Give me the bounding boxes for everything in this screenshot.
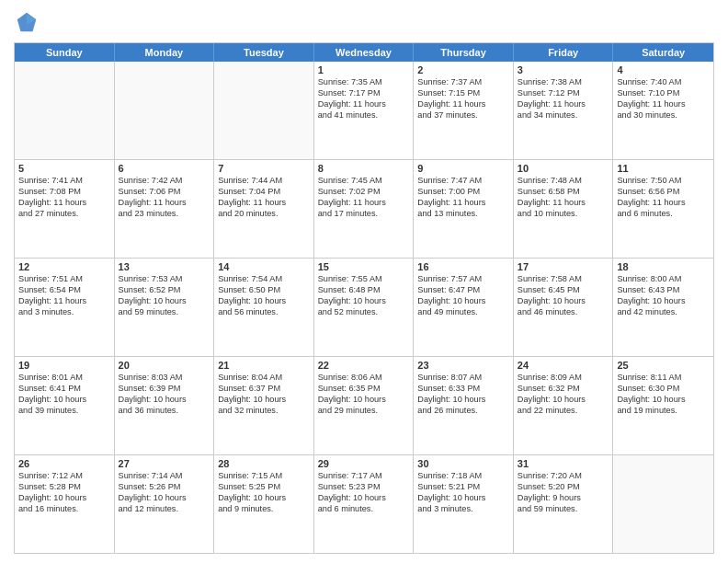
cell-line: Sunrise: 7:44 AM [218, 176, 310, 187]
day-header-thursday: Thursday [414, 43, 514, 62]
cell-line: Sunset: 6:58 PM [518, 187, 609, 198]
page: SundayMondayTuesdayWednesdayThursdayFrid… [0, 0, 728, 563]
cell-line: Daylight: 10 hours [18, 395, 110, 406]
cell-line: Sunrise: 7:45 AM [318, 176, 410, 187]
cell-line: Sunset: 6:37 PM [218, 384, 310, 395]
calendar-row-1: 1Sunrise: 7:35 AMSunset: 7:17 PMDaylight… [15, 62, 713, 159]
cell-line: and 6 minutes. [617, 209, 710, 220]
cell-line: Daylight: 10 hours [18, 493, 110, 504]
cal-cell-day-14: 14Sunrise: 7:54 AMSunset: 6:50 PMDayligh… [214, 259, 314, 356]
cell-line: and 17 minutes. [318, 209, 410, 220]
cell-line: and 41 minutes. [318, 110, 410, 121]
cal-cell-day-4: 4Sunrise: 7:40 AMSunset: 7:10 PMDaylight… [613, 62, 713, 159]
cal-cell-day-18: 18Sunrise: 8:00 AMSunset: 6:43 PMDayligh… [613, 259, 713, 356]
cell-line: Sunrise: 8:07 AM [417, 373, 509, 384]
cell-line: Daylight: 10 hours [119, 395, 210, 406]
cell-line: Daylight: 11 hours [417, 198, 509, 209]
cell-line: Daylight: 11 hours [18, 198, 110, 209]
cell-line: and 32 minutes. [218, 406, 310, 417]
cell-line: Sunset: 5:21 PM [417, 482, 509, 493]
cell-line: Sunrise: 7:58 AM [518, 274, 609, 285]
day-number: 21 [218, 360, 310, 371]
cal-cell-day-8: 8Sunrise: 7:45 AMSunset: 7:02 PMDaylight… [314, 160, 415, 258]
day-number: 30 [417, 458, 509, 469]
cell-line: Sunrise: 7:51 AM [18, 274, 110, 285]
day-number: 12 [18, 261, 110, 272]
cell-line: Sunset: 5:26 PM [119, 482, 210, 493]
cell-line: Sunrise: 7:54 AM [218, 274, 310, 285]
day-number: 9 [417, 163, 509, 174]
cal-cell-day-20: 20Sunrise: 8:03 AMSunset: 6:39 PMDayligh… [115, 357, 215, 454]
cell-line: Sunrise: 7:14 AM [119, 471, 210, 482]
cal-cell-day-22: 22Sunrise: 8:06 AMSunset: 6:35 PMDayligh… [314, 357, 415, 454]
cal-cell-day-29: 29Sunrise: 7:17 AMSunset: 5:23 PMDayligh… [314, 455, 415, 553]
cell-line: Daylight: 10 hours [318, 296, 410, 307]
cell-line: Daylight: 11 hours [617, 99, 710, 110]
cell-line: and 20 minutes. [218, 209, 310, 220]
cell-line: Sunrise: 7:38 AM [518, 77, 609, 88]
cal-cell-day-2: 2Sunrise: 7:37 AMSunset: 7:15 PMDaylight… [414, 62, 514, 159]
cell-line: Sunset: 5:23 PM [318, 482, 410, 493]
cell-line: and 27 minutes. [18, 209, 110, 220]
cell-line: Daylight: 10 hours [617, 395, 710, 406]
cell-line: Sunset: 7:04 PM [218, 187, 310, 198]
cell-line: Sunset: 6:56 PM [617, 187, 710, 198]
cell-line: and 52 minutes. [318, 307, 410, 318]
calendar-row-5: 26Sunrise: 7:12 AMSunset: 5:28 PMDayligh… [15, 454, 713, 553]
cell-line: Daylight: 10 hours [218, 395, 310, 406]
cell-line: Sunrise: 8:06 AM [318, 373, 410, 384]
cell-line: and 16 minutes. [18, 504, 110, 515]
cell-line: Daylight: 10 hours [218, 296, 310, 307]
cal-cell-day-15: 15Sunrise: 7:55 AMSunset: 6:48 PMDayligh… [314, 259, 415, 356]
cell-line: Daylight: 11 hours [18, 296, 110, 307]
day-header-friday: Friday [514, 43, 614, 62]
cal-cell-day-1: 1Sunrise: 7:35 AMSunset: 7:17 PMDaylight… [314, 62, 415, 159]
cell-line: Sunset: 6:52 PM [119, 285, 210, 296]
cell-line: Daylight: 10 hours [417, 296, 509, 307]
cell-line: Sunset: 6:39 PM [119, 384, 210, 395]
cal-cell-day-3: 3Sunrise: 7:38 AMSunset: 7:12 PMDaylight… [514, 62, 614, 159]
day-number: 24 [518, 360, 609, 371]
day-number: 23 [417, 360, 509, 371]
day-header-wednesday: Wednesday [314, 43, 415, 62]
cell-line: Sunset: 5:28 PM [18, 482, 110, 493]
cell-line: and 30 minutes. [617, 110, 710, 121]
day-number: 3 [518, 64, 609, 75]
day-number: 14 [218, 261, 310, 272]
cell-line: Sunrise: 7:48 AM [518, 176, 609, 187]
cell-line: Daylight: 11 hours [518, 99, 609, 110]
day-number: 10 [518, 163, 609, 174]
cell-line: Daylight: 10 hours [318, 493, 410, 504]
calendar-header: SundayMondayTuesdayWednesdayThursdayFrid… [15, 43, 713, 62]
cal-cell-day-30: 30Sunrise: 7:18 AMSunset: 5:21 PMDayligh… [414, 455, 514, 553]
cell-line: Sunrise: 7:40 AM [617, 77, 710, 88]
cell-line: and 6 minutes. [318, 504, 410, 515]
day-number: 11 [617, 163, 710, 174]
cell-line: Daylight: 10 hours [617, 296, 710, 307]
day-number: 15 [318, 261, 410, 272]
cell-line: Daylight: 10 hours [518, 296, 609, 307]
cell-line: and 9 minutes. [218, 504, 310, 515]
day-number: 31 [518, 458, 609, 469]
cell-line: Daylight: 10 hours [318, 395, 410, 406]
day-number: 4 [617, 64, 710, 75]
cell-line: Sunrise: 7:53 AM [119, 274, 210, 285]
cell-line: and 19 minutes. [617, 406, 710, 417]
cell-line: and 59 minutes. [119, 307, 210, 318]
calendar-body: 1Sunrise: 7:35 AMSunset: 7:17 PMDaylight… [15, 62, 713, 553]
logo-icon [14, 9, 40, 35]
cell-line: Sunrise: 7:55 AM [318, 274, 410, 285]
cell-line: and 37 minutes. [417, 110, 509, 121]
cell-line: Sunrise: 8:09 AM [518, 373, 609, 384]
cell-line: and 13 minutes. [417, 209, 509, 220]
cell-line: Sunset: 5:20 PM [518, 482, 609, 493]
cell-line: Daylight: 11 hours [218, 198, 310, 209]
cell-line: Sunrise: 7:18 AM [417, 471, 509, 482]
cell-line: Sunrise: 7:37 AM [417, 77, 509, 88]
cell-line: Sunrise: 7:57 AM [417, 274, 509, 285]
day-number: 19 [18, 360, 110, 371]
cell-line: Sunset: 6:30 PM [617, 384, 710, 395]
day-header-tuesday: Tuesday [214, 43, 314, 62]
day-number: 22 [318, 360, 410, 371]
cell-line: and 29 minutes. [318, 406, 410, 417]
